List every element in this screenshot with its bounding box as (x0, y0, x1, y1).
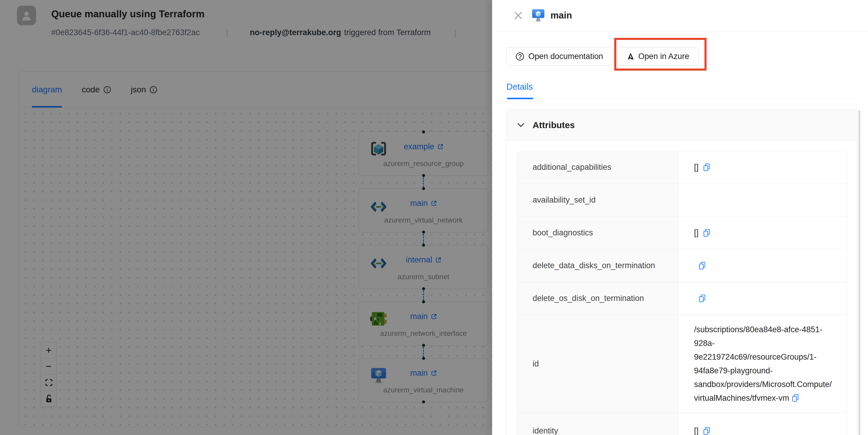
attribute-key: identity (517, 413, 679, 435)
attribute-value: [] (694, 163, 699, 172)
drawer-scrollbar[interactable] (859, 110, 860, 435)
virtual-machine-icon (531, 8, 545, 23)
attribute-key: delete_os_disk_on_termination (517, 282, 679, 315)
drawer-title: main (551, 10, 572, 21)
attributes-table: additional_capabilities [] availability_… (517, 151, 847, 435)
table-row: identity [] (517, 413, 846, 435)
close-icon (514, 11, 523, 20)
drawer-body: Open documentation Open in Azure Details (492, 47, 868, 435)
attributes-collapse-header[interactable]: Attributes (507, 110, 857, 141)
tab-details[interactable]: Details (506, 82, 533, 91)
attribute-value: [] (694, 426, 699, 435)
attribute-key: boot_diagnostics (517, 217, 679, 249)
table-row: availability_set_id (517, 184, 846, 217)
attributes-section: Attributes additional_capabilities [] av… (506, 110, 857, 435)
open-in-azure-button[interactable]: Open in Azure (617, 47, 699, 66)
copy-icon[interactable] (792, 394, 800, 402)
copy-icon[interactable] (698, 294, 706, 303)
chevron-down-icon (518, 123, 524, 127)
attribute-key: availability_set_id (517, 184, 679, 216)
attribute-key: delete_data_disks_on_termination (517, 249, 679, 282)
table-row: delete_data_disks_on_termination (517, 249, 846, 282)
question-circle-icon (516, 52, 524, 61)
attribute-key: additional_capabilities (517, 151, 679, 184)
drawer-tabs: Details (506, 82, 857, 99)
attribute-key: id (517, 315, 679, 413)
copy-icon[interactable] (703, 229, 711, 237)
table-row: id /subscriptions/80ea84e8-afce-4851-928… (517, 315, 846, 413)
table-row: additional_capabilities [] (517, 151, 846, 184)
attribute-value: [] (694, 228, 699, 238)
azure-logo-icon (626, 53, 634, 61)
table-row: delete_os_disk_on_termination (517, 282, 846, 315)
resource-details-drawer: main Open documentation (492, 0, 868, 435)
drawer-header: main (492, 0, 868, 31)
screen: Queue manually using Terraform #0e823645… (0, 0, 868, 435)
open-documentation-button[interactable]: Open documentation (506, 47, 613, 66)
table-row: boot_diagnostics [] (517, 217, 846, 249)
close-button[interactable] (513, 10, 524, 21)
attribute-value: /subscriptions/80ea84e8-afce-4851-928a-9… (694, 325, 832, 403)
attributes-title: Attributes (533, 120, 575, 130)
action-buttons: Open documentation Open in Azure (506, 47, 857, 66)
active-tab-indicator (507, 98, 533, 99)
copy-icon[interactable] (703, 163, 711, 171)
copy-icon[interactable] (703, 427, 711, 435)
copy-icon[interactable] (698, 261, 706, 270)
